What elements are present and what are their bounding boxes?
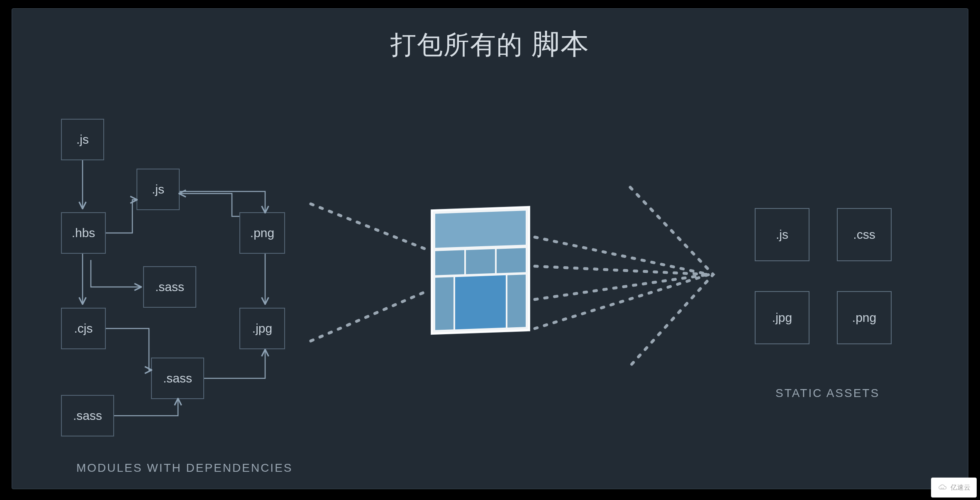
module-node-js-2: .js xyxy=(137,169,180,210)
module-node-sass-1: .sass xyxy=(143,266,196,308)
assets-caption: STATIC ASSETS xyxy=(775,387,880,400)
node-label: .hbs xyxy=(72,226,95,240)
webpack-cube-icon xyxy=(431,206,530,334)
watermark-badge: 亿速云 xyxy=(931,478,977,498)
node-label: .sass xyxy=(155,280,184,294)
module-node-sass-2: .sass xyxy=(151,358,204,399)
title-prefix: 打包所有的 xyxy=(390,30,523,59)
watermark-text: 亿速云 xyxy=(951,483,970,492)
module-node-js-1: .js xyxy=(61,119,104,160)
node-label: .png xyxy=(852,311,876,325)
asset-node-js: .js xyxy=(755,208,809,261)
node-label: .png xyxy=(250,226,274,240)
diagram-frame: 打包所有的 脚本 .js .js .hbs .png .sass .cjs .j… xyxy=(12,8,968,489)
node-label: .jpg xyxy=(772,311,792,325)
svg-point-0 xyxy=(941,488,942,489)
node-label: .js xyxy=(76,132,89,147)
cloud-icon xyxy=(937,483,948,492)
title-main: 脚本 xyxy=(531,28,590,59)
node-label: .jpg xyxy=(252,321,272,336)
asset-node-css: .css xyxy=(837,208,892,261)
node-label: .cjs xyxy=(74,321,93,336)
node-label: .sass xyxy=(163,371,192,385)
asset-node-jpg: .jpg xyxy=(755,291,809,344)
node-label: .css xyxy=(853,228,875,242)
module-node-cjs: .cjs xyxy=(61,308,106,349)
page-title: 打包所有的 脚本 xyxy=(12,25,968,63)
svg-point-1 xyxy=(943,488,944,489)
node-label: .sass xyxy=(73,409,102,423)
node-label: .js xyxy=(152,182,164,196)
asset-node-png: .png xyxy=(837,291,892,344)
module-node-jpg: .jpg xyxy=(239,308,285,349)
module-node-png: .png xyxy=(239,212,285,254)
node-label: .js xyxy=(776,228,788,242)
module-node-sass-3: .sass xyxy=(61,395,114,436)
modules-caption: MODULES WITH DEPENDENCIES xyxy=(76,461,293,475)
module-node-hbs: .hbs xyxy=(61,212,106,254)
